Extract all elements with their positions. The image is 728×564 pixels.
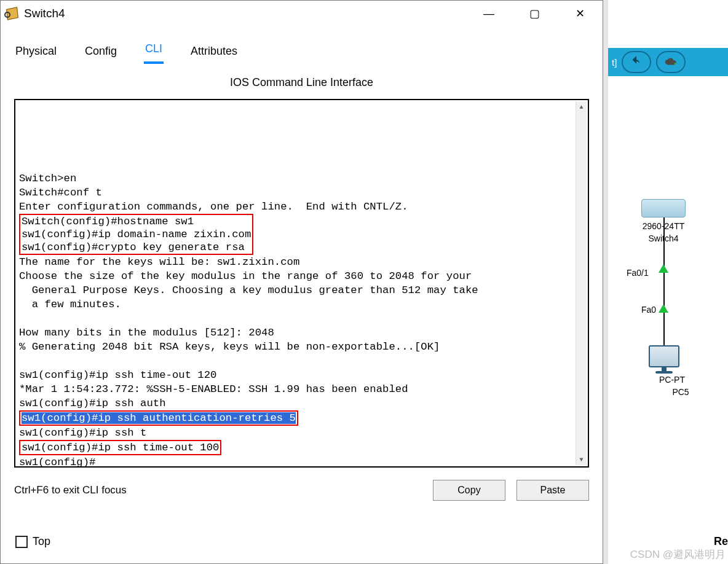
terminal-line: sw1(config)#ip domain-name zixin.com: [22, 228, 251, 241]
app-icon: [6, 7, 19, 20]
pc-device-icon[interactable]: [645, 345, 683, 374]
terminal-line: Switch(config)#hostname sw1: [22, 215, 251, 228]
pane-title: IOS Command Line Interface: [14, 76, 589, 89]
port-label-switch: Fa0/1: [627, 268, 649, 278]
top-checkbox[interactable]: [15, 536, 28, 548]
terminal-scrollbar[interactable]: ▲ ▼: [576, 101, 587, 465]
terminal-line: [19, 354, 576, 368]
terminal-line: sw1(config)#: [19, 455, 576, 468]
toolbar-text: t]: [612, 57, 617, 68]
scroll-down-icon[interactable]: ▼: [576, 454, 587, 465]
truncated-text: Re: [714, 535, 728, 548]
cli-pane: IOS Command Line Interface Switch>enSwit…: [1, 64, 603, 563]
maximize-button[interactable]: ▢: [512, 1, 557, 26]
terminal-line: Switch>en: [19, 171, 576, 186]
tabs-row: Physical Config CLI Attributes: [1, 26, 603, 64]
terminal-line: a few minutes.: [19, 297, 576, 311]
link-status-arrow-bottom: [659, 304, 668, 313]
annotation-red-box: sw1(config)#ip ssh time-out 100: [19, 440, 221, 455]
terminal-line: sw1(config)#ip ssh time-out 120: [19, 368, 576, 382]
switch-device-icon[interactable]: [641, 199, 686, 217]
terminal-line: Switch#conf t: [19, 186, 576, 200]
cloud-plus-icon: [664, 55, 678, 69]
tab-config[interactable]: Config: [84, 41, 118, 64]
terminal-line: sw1(config)#crypto key generate rsa: [22, 241, 251, 254]
pc-name-label: PC5: [644, 387, 718, 397]
copy-button[interactable]: Copy: [433, 480, 505, 501]
minimize-button[interactable]: —: [466, 1, 512, 26]
link-line: [663, 217, 665, 347]
scroll-up-icon[interactable]: ▲: [576, 101, 587, 112]
link-status-arrow-top: [659, 264, 668, 273]
terminal-line: [19, 311, 576, 326]
terminal-line: sw1(config)#ip ssh auth: [19, 396, 576, 410]
terminal-line: General Purpose Keys. Choosing a key mod…: [19, 283, 576, 297]
annotation-red-box: sw1(config)#ip ssh authentication-retrie…: [19, 410, 298, 426]
device-config-window: Switch4 — ▢ ✕ Physical Config CLI Attrib…: [0, 0, 603, 564]
close-button[interactable]: ✕: [557, 1, 603, 26]
undo-button[interactable]: [622, 51, 651, 73]
terminal-line: The name for the keys will be: sw1.zixin…: [19, 255, 576, 269]
undo-icon: [630, 55, 643, 69]
titlebar: Switch4 — ▢ ✕: [1, 1, 603, 26]
terminal-line: Choose the size of the key modulus in th…: [19, 269, 576, 283]
terminal-line: How many bits in the modulus [512]: 2048: [19, 326, 576, 340]
tab-cli[interactable]: CLI: [144, 39, 164, 64]
topology-area: 2960-24TT Switch4 Fa0/1 Fa0 PC-PT PC5: [618, 190, 722, 442]
terminal-line: Enter configuration commands, one per li…: [19, 200, 576, 214]
workspace-toolbar: t]: [603, 48, 728, 76]
watermark-text: CSDN @避风港明月: [630, 547, 726, 562]
cli-terminal[interactable]: Switch>enSwitch#conf tEnter configuratio…: [14, 99, 589, 468]
top-checkbox-label: Top: [33, 535, 50, 548]
tab-attributes[interactable]: Attributes: [189, 41, 239, 64]
terminal-line: % Generating 2048 bit RSA keys, keys wil…: [19, 340, 576, 354]
window-title: Switch4: [24, 7, 65, 20]
terminal-line: *Mar 1 1:54:23.772: %SSH-5-ENABLED: SSH …: [19, 382, 576, 396]
cloud-add-button[interactable]: [656, 51, 686, 73]
terminal-line: sw1(config)#ip ssh t: [19, 426, 576, 440]
pc-model-label: PC-PT: [635, 375, 709, 385]
cli-hint: Ctrl+F6 to exit CLI focus: [14, 484, 127, 496]
annotation-selection: sw1(config)#ip ssh authentication-retrie…: [22, 412, 296, 424]
tab-physical[interactable]: Physical: [14, 41, 58, 64]
annotation-red-box: Switch(config)#hostname sw1sw1(config)#i…: [19, 214, 253, 255]
port-label-pc: Fa0: [641, 305, 656, 315]
paste-button[interactable]: Paste: [516, 480, 589, 501]
